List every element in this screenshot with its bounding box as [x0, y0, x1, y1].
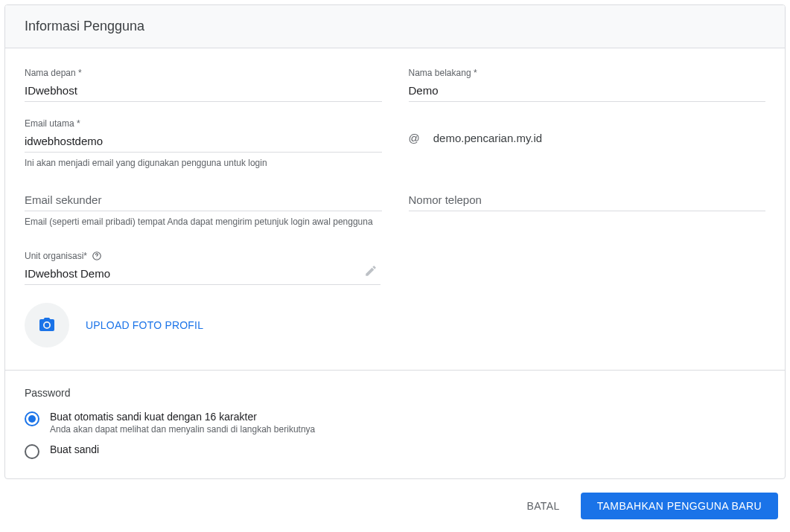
upload-photo-button[interactable]: UPLOAD FOTO PROFIL	[86, 319, 203, 331]
help-icon[interactable]	[92, 251, 102, 261]
org-unit-field: Unit organisasi*	[25, 251, 380, 285]
org-unit-label: Unit organisasi*	[25, 251, 87, 261]
footer-actions: BATAL TAMBAHKAN PENGGUNA BARU	[4, 479, 786, 522]
camera-icon	[38, 316, 56, 334]
radio-texts: Buat sandi	[50, 443, 99, 455]
avatar-placeholder[interactable]	[25, 303, 69, 347]
last-name-label: Nama belakang *	[409, 68, 766, 78]
secondary-email-field: Email (seperti email pribadi) tempat And…	[25, 190, 382, 228]
user-info-card: Informasi Pengguna Nama depan * Nama bel…	[4, 4, 786, 479]
last-name-field: Nama belakang *	[409, 68, 766, 102]
add-user-button[interactable]: TAMBAHKAN PENGGUNA BARU	[581, 493, 778, 519]
password-auto-helper: Anda akan dapat melihat dan menyalin san…	[50, 424, 315, 435]
primary-email-helper: Ini akan menjadi email yang digunakan pe…	[25, 157, 382, 170]
name-row: Nama depan * Nama belakang *	[25, 68, 765, 118]
card-header: Informasi Pengguna	[5, 5, 785, 48]
radio-texts: Buat otomatis sandi kuat dengan 16 karak…	[50, 411, 315, 435]
card-title: Informasi Pengguna	[25, 19, 144, 33]
password-manual-option[interactable]: Buat sandi	[25, 443, 765, 459]
first-name-field: Nama depan *	[25, 68, 382, 102]
at-symbol: @	[409, 132, 420, 144]
email-domain: demo.pencarian.my.id	[433, 132, 542, 144]
password-auto-option[interactable]: Buat otomatis sandi kuat dengan 16 karak…	[25, 411, 765, 435]
radio-icon	[25, 411, 39, 426]
primary-email-col: Email utama * Ini akan menjadi email yan…	[25, 118, 382, 170]
first-name-label: Nama depan *	[25, 68, 382, 78]
password-auto-label: Buat otomatis sandi kuat dengan 16 karak…	[50, 411, 315, 423]
pencil-icon[interactable]	[364, 264, 378, 278]
last-name-input[interactable]	[409, 81, 766, 102]
email-row: Email utama * Ini akan menjadi email yan…	[25, 118, 765, 170]
phone-input[interactable]	[409, 190, 766, 211]
primary-email-field: Email utama * Ini akan menjadi email yan…	[25, 118, 382, 170]
svg-point-1	[97, 257, 98, 258]
password-section: Password Buat otomatis sandi kuat dengan…	[5, 371, 785, 478]
card-body: Nama depan * Nama belakang * Email utama…	[5, 48, 785, 371]
primary-email-input[interactable]	[25, 132, 382, 153]
email-domain-col: @ demo.pencarian.my.id	[409, 118, 766, 170]
primary-email-label: Email utama *	[25, 118, 382, 129]
first-name-input[interactable]	[25, 81, 382, 102]
upload-row: UPLOAD FOTO PROFIL	[25, 292, 765, 355]
cancel-button[interactable]: BATAL	[513, 493, 573, 519]
radio-icon	[25, 444, 39, 459]
phone-field	[409, 190, 766, 228]
org-unit-label-row: Unit organisasi*	[25, 251, 380, 261]
secondary-email-input[interactable]	[25, 190, 382, 211]
secondary-email-helper: Email (seperti email pribadi) tempat And…	[25, 216, 382, 228]
email-domain-row: @ demo.pencarian.my.id	[409, 118, 766, 144]
password-manual-label: Buat sandi	[50, 443, 99, 455]
password-title: Password	[25, 387, 765, 399]
org-unit-input[interactable]	[25, 264, 380, 285]
secondary-row: Email (seperti email pribadi) tempat And…	[25, 190, 765, 228]
